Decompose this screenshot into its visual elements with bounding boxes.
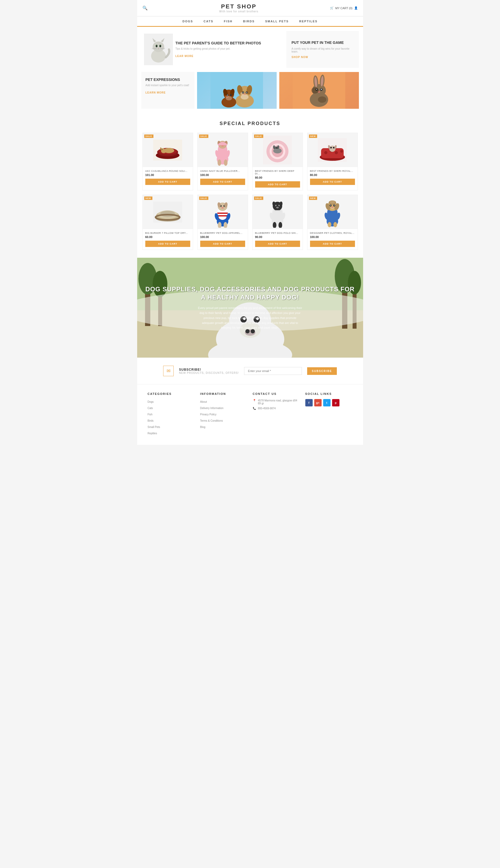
svg-point-22 [247, 92, 247, 93]
sale-badge: SALE [199, 135, 208, 138]
subscribe-button[interactable]: SUBSCRIBE [307, 367, 337, 375]
footer-link[interactable]: Blog [200, 426, 205, 429]
site-header: 🔍 PET SHOP With love for small brothers … [137, 0, 363, 16]
sale-badge: SALE [254, 196, 263, 200]
svg-point-78 [273, 145, 275, 149]
hero-row2: PET EXPRESSIONS Add instant sparkle to y… [137, 72, 363, 113]
add-to-cart-button[interactable]: ADD TO CART [145, 241, 190, 247]
product-info: DESIGNER PET CLOTHES, ROYAL... 100.00 AD… [307, 229, 357, 250]
facebook-button[interactable]: f [305, 399, 312, 407]
product-name: BEST FRIENDS BY SHERI ROYAL... [310, 170, 355, 172]
svg-point-140 [334, 205, 335, 206]
footer-link[interactable]: Cats [148, 407, 153, 410]
svg-point-6 [156, 45, 157, 47]
svg-point-89 [333, 147, 334, 148]
footer-link[interactable]: Reptiles [148, 432, 157, 435]
footer-link[interactable]: Delivery Information [200, 407, 224, 410]
hero-text1: THE PET PARENT'S GUIDE TO BETTER PHOTOS … [175, 41, 261, 58]
nav-cats[interactable]: CATS [204, 20, 213, 23]
location-icon: 📍 [253, 399, 256, 402]
add-to-cart-button[interactable]: ADD TO CART [310, 179, 355, 185]
add-to-cart-button[interactable]: ADD TO CART [200, 241, 245, 247]
svg-point-147 [328, 222, 331, 227]
contact-address-text: 4578 Marmora road, glasgow d04 89 gr [258, 399, 300, 405]
contact-phone: 📞 800-4569-9874 [253, 407, 300, 410]
svg-rect-104 [217, 215, 228, 216]
pinterest-button[interactable]: p [332, 399, 340, 407]
svg-point-21 [243, 92, 243, 93]
cart-label: MY CART (0) [335, 7, 352, 10]
footer-social-title: SOCIAL LINKS [305, 392, 353, 396]
pet-expressions-cta[interactable]: LEARN MORE [146, 91, 166, 94]
pet-expressions-title: PET EXPRESSIONS [146, 77, 190, 82]
svg-point-79 [277, 145, 279, 149]
subscribe-section: ✉ SUBSCRIBE! NEW PRODUCTS, DISCOUNTS, OF… [137, 357, 363, 384]
add-to-cart-button[interactable]: ADD TO CART [200, 179, 245, 185]
hero-desc1: Tips & tricks to getting great photos of… [175, 47, 261, 51]
product-image: SALE [143, 133, 193, 167]
add-to-cart-button[interactable]: ADD TO CART [310, 241, 355, 247]
dog-banner-desc: Every proud pet parent remembers the joy… [197, 306, 303, 330]
hero-cta2[interactable]: SHOP NOW [292, 56, 354, 59]
subscribe-text: SUBSCRIBE! NEW PRODUCTS, DISCOUNTS, OFFE… [179, 368, 239, 374]
search-icon[interactable]: 🔍 [143, 5, 148, 11]
svg-point-136 [330, 201, 335, 204]
footer-link[interactable]: Birds [148, 419, 154, 422]
product-card: SALE [252, 195, 303, 250]
add-to-cart-button[interactable]: ADD TO CART [255, 181, 300, 187]
footer-link[interactable]: Fish [148, 413, 153, 416]
footer-information: INFORMATION About Delivery Information P… [200, 392, 248, 437]
footer-link[interactable]: Privacy Policy [200, 413, 216, 416]
product-name: DESIGNER PET CLOTHES, ROYAL... [310, 232, 355, 234]
nav-fish[interactable]: FISH [224, 20, 232, 23]
svg-point-47 [318, 96, 326, 103]
contact-address: 📍 4578 Marmora road, glasgow d04 89 gr [253, 399, 300, 405]
hero-desc2: A comfy way to dream of big wins for you… [292, 47, 354, 53]
nav-dogs[interactable]: DOGS [182, 20, 193, 23]
footer-information-list: About Delivery Information Privacy Polic… [200, 399, 248, 429]
product-info: BIG BARKER 7 PILLOW TOP ORT... 60.00 ADD… [143, 229, 193, 250]
hero-cta1[interactable]: LEAR MORE [175, 55, 194, 58]
svg-point-31 [227, 95, 228, 96]
list-item: About [200, 399, 248, 404]
dog-banner-content: DOG SUPPLIES, DOG ACCESSORIES AND DOG PR… [137, 280, 363, 335]
footer-link[interactable]: Dogs [148, 400, 154, 403]
google-plus-button[interactable]: g+ [314, 399, 321, 407]
product-info: BEST FRIENDS BY SHERI ROYAL... 80.00 ADD… [307, 167, 357, 187]
footer-link[interactable]: Terms & Conditions [200, 419, 223, 422]
sale-badge: SALE [254, 135, 263, 138]
dogs-promo-image [197, 72, 277, 109]
add-to-cart-button[interactable]: ADD TO CART [145, 179, 190, 185]
svg-point-1 [153, 42, 164, 52]
hero-title1: THE PET PARENT'S GUIDE TO BETTER PHOTOS [175, 41, 261, 45]
nav-small-pets[interactable]: SMALL PETS [265, 20, 288, 23]
list-item: Reptiles [148, 431, 195, 435]
footer-categories: CATEGORIES Dogs Cats Fish Birds Small Pe… [148, 392, 195, 437]
svg-point-32 [241, 94, 249, 100]
product-card: NEW [307, 133, 358, 191]
footer-link[interactable]: About [200, 400, 207, 403]
svg-point-108 [221, 207, 224, 209]
subscribe-email-input[interactable] [244, 367, 302, 375]
product-info: ANIMA NAVY BLUE PULLOVER... 100.00 ADD T… [197, 167, 248, 187]
special-products-title: SPECIAL PRODUCTS [143, 121, 358, 126]
svg-rect-103 [217, 213, 228, 214]
nav-reptiles[interactable]: REPTILES [299, 20, 318, 23]
nav-birds[interactable]: BIRDS [243, 20, 254, 23]
footer-link[interactable]: Small Pets [148, 426, 160, 429]
cart-icon: 🛒 [330, 6, 334, 10]
new-badge: NEW [144, 196, 153, 200]
cart-area[interactable]: 🛒 MY CART (0) 👤 [330, 6, 357, 10]
svg-point-88 [330, 147, 332, 148]
twitter-button[interactable]: t [323, 399, 331, 407]
product-card: NEW BIG BARKER 7 PILLOW TOP ORT... 60.00… [143, 195, 193, 250]
product-price: 80.00 [310, 173, 355, 176]
svg-point-69 [224, 159, 228, 166]
svg-point-30 [230, 94, 232, 96]
list-item: Delivery Information [200, 406, 248, 410]
special-products-section: SPECIAL PRODUCTS SALE [137, 113, 363, 258]
product-image: SALE [197, 195, 248, 229]
product-card: SALE [197, 195, 248, 250]
product-price: 90.00 [255, 236, 300, 239]
add-to-cart-button[interactable]: ADD TO CART [255, 241, 300, 247]
